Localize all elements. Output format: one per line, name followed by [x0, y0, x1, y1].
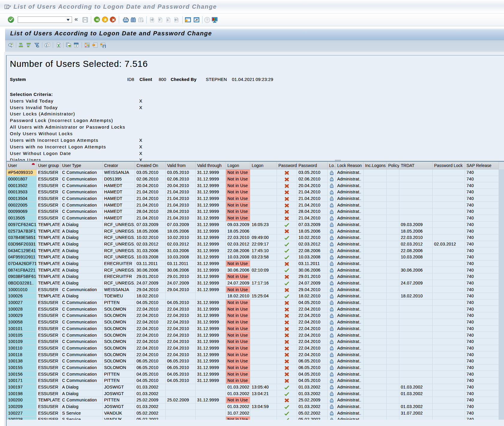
svg-text:?: ? [206, 18, 208, 22]
